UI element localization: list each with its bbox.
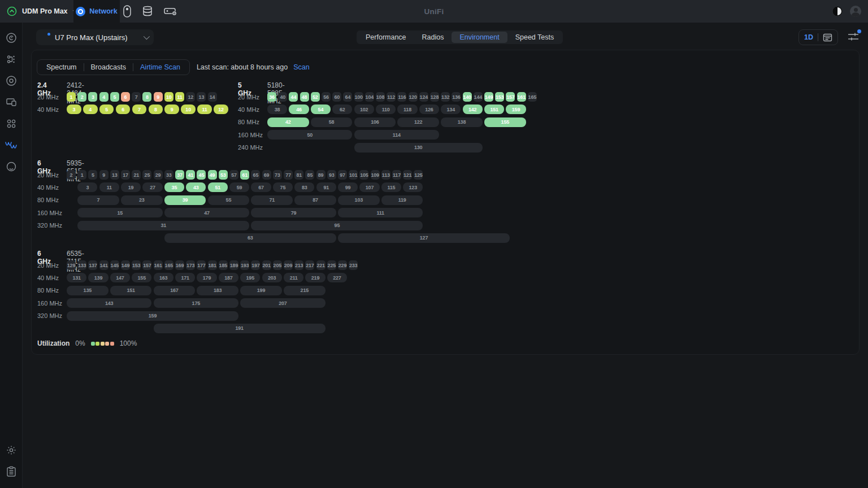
channel-129[interactable]: 129	[67, 260, 76, 270]
channel-48[interactable]: 48	[300, 92, 309, 102]
channel-187[interactable]: 187	[219, 273, 238, 282]
channel-49[interactable]: 49	[208, 170, 217, 180]
channel-151[interactable]: 151	[110, 286, 152, 295]
channel-130[interactable]: 130	[354, 143, 483, 152]
channel-7[interactable]: 7	[132, 92, 141, 102]
channel-155[interactable]: 155	[484, 117, 526, 127]
topology-icon[interactable]	[0, 49, 23, 70]
channel-79[interactable]: 79	[251, 208, 336, 217]
channel-58[interactable]: 58	[311, 117, 353, 127]
channel-118[interactable]: 118	[397, 104, 417, 114]
channel-5[interactable]: 5	[88, 170, 97, 180]
channel-227[interactable]: 227	[327, 273, 347, 282]
channel-6[interactable]: 6	[116, 104, 131, 114]
channel-51[interactable]: 51	[208, 182, 228, 192]
channel-120[interactable]: 120	[409, 92, 418, 102]
channel-102[interactable]: 102	[354, 104, 374, 114]
subtab-spectrum[interactable]: Spectrum	[40, 63, 84, 71]
channel-19[interactable]: 19	[121, 182, 141, 192]
channel-40[interactable]: 40	[278, 92, 287, 102]
channel-81[interactable]: 81	[294, 170, 303, 180]
channel-122[interactable]: 122	[397, 117, 439, 127]
subtab-broadcasts[interactable]: Broadcasts	[84, 63, 133, 71]
channel-8[interactable]: 8	[142, 92, 151, 102]
channel-3[interactable]: 3	[67, 104, 81, 114]
channel-193[interactable]: 193	[240, 260, 249, 270]
channel-12[interactable]: 12	[214, 104, 228, 114]
channel-177[interactable]: 177	[197, 260, 206, 270]
channel-38[interactable]: 38	[267, 104, 287, 114]
channel-183[interactable]: 183	[197, 286, 238, 295]
channel-46[interactable]: 46	[289, 104, 309, 114]
channel-1[interactable]: 1	[67, 92, 76, 102]
protect-device-icon[interactable]	[123, 5, 131, 18]
channel-75[interactable]: 75	[273, 182, 293, 192]
channel-47[interactable]: 47	[164, 208, 249, 217]
channel-211[interactable]: 211	[284, 273, 303, 282]
channel-142[interactable]: 142	[463, 104, 483, 114]
channel-138[interactable]: 138	[441, 117, 483, 127]
channel-173[interactable]: 173	[186, 260, 195, 270]
channel-165[interactable]: 165	[164, 260, 173, 270]
channel-125[interactable]: 125	[414, 170, 423, 180]
clients-icon[interactable]	[0, 91, 23, 113]
channel-73[interactable]: 73	[273, 170, 282, 180]
channel-1[interactable]: 1	[77, 170, 86, 180]
channel-161[interactable]: 161	[517, 92, 526, 102]
channel-119[interactable]: 119	[381, 195, 423, 205]
channel-8[interactable]: 8	[149, 104, 163, 114]
channel-41[interactable]: 41	[186, 170, 195, 180]
channel-45[interactable]: 45	[197, 170, 206, 180]
channel-128[interactable]: 128	[430, 92, 439, 102]
channel-60[interactable]: 60	[332, 92, 341, 102]
filter-sliders-icon[interactable]	[848, 32, 860, 43]
channel-105[interactable]: 105	[359, 170, 368, 180]
channel-11[interactable]: 11	[175, 92, 184, 102]
channel-144[interactable]: 144	[474, 92, 483, 102]
channel-169[interactable]: 169	[175, 260, 184, 270]
channel-135[interactable]: 135	[67, 286, 108, 295]
scan-button[interactable]: Scan	[293, 63, 310, 71]
channel-137[interactable]: 137	[88, 260, 97, 270]
channel-229[interactable]: 229	[338, 260, 347, 270]
channel-127[interactable]: 127	[338, 233, 510, 243]
channel-179[interactable]: 179	[197, 273, 216, 282]
channel-7[interactable]: 7	[132, 104, 147, 114]
channel-209[interactable]: 209	[284, 260, 293, 270]
channel-157[interactable]: 157	[506, 92, 515, 102]
console-device-icon[interactable]	[164, 6, 177, 16]
radios-icon[interactable]	[0, 134, 23, 156]
channel-100[interactable]: 100	[354, 92, 363, 102]
channel-131[interactable]: 131	[67, 273, 86, 282]
channel-13[interactable]: 13	[110, 170, 119, 180]
channel-15[interactable]: 15	[77, 208, 162, 217]
channel-149[interactable]: 149	[484, 92, 493, 102]
channel-53[interactable]: 53	[219, 170, 228, 180]
channel-55[interactable]: 55	[208, 195, 250, 205]
channel-39[interactable]: 39	[164, 195, 206, 205]
channel-50[interactable]: 50	[267, 130, 352, 140]
channel-89[interactable]: 89	[316, 170, 326, 180]
channel-153[interactable]: 153	[495, 92, 504, 102]
channel-57[interactable]: 57	[229, 170, 238, 180]
channel-9[interactable]: 9	[164, 104, 179, 114]
channel-71[interactable]: 71	[251, 195, 293, 205]
channel-6[interactable]: 6	[121, 92, 130, 102]
channel-153[interactable]: 153	[132, 260, 141, 270]
channel-109[interactable]: 109	[371, 170, 380, 180]
channel-36[interactable]: 36	[267, 92, 276, 102]
channel-13[interactable]: 13	[197, 92, 206, 102]
channel-85[interactable]: 85	[305, 170, 314, 180]
channel-151[interactable]: 151	[484, 104, 504, 114]
channel-61[interactable]: 61	[240, 170, 249, 180]
channel-44[interactable]: 44	[289, 92, 298, 102]
channel-29[interactable]: 29	[154, 170, 163, 180]
channel-3[interactable]: 3	[88, 92, 97, 102]
channel-17[interactable]: 17	[121, 170, 130, 180]
channel-221[interactable]: 221	[316, 260, 326, 270]
channel-167[interactable]: 167	[154, 286, 196, 295]
channel-52[interactable]: 52	[311, 92, 320, 102]
channel-140[interactable]: 140	[463, 92, 472, 102]
channel-35[interactable]: 35	[164, 182, 184, 192]
channel-69[interactable]: 69	[262, 170, 271, 180]
